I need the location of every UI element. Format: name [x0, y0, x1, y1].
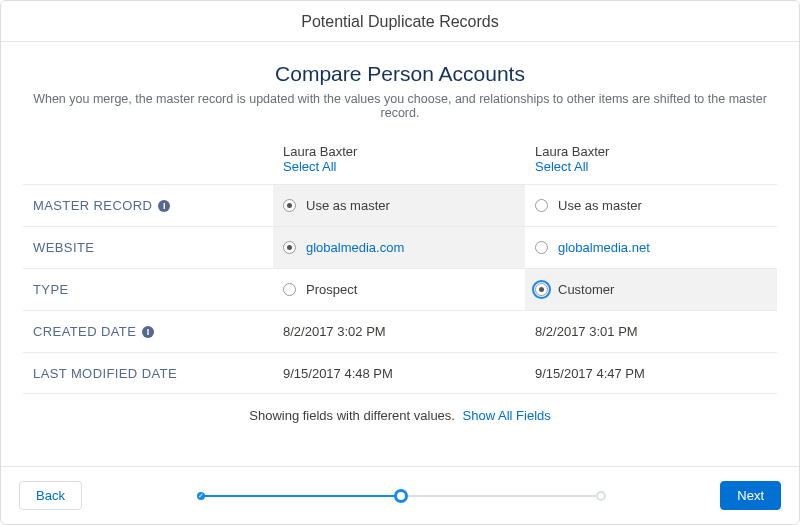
- next-button[interactable]: Next: [720, 481, 781, 510]
- website-b-value: globalmedia.net: [558, 240, 650, 255]
- back-button[interactable]: Back: [19, 481, 82, 510]
- radio-type-b[interactable]: [535, 283, 548, 296]
- row-label-website: WEBSITE: [23, 226, 273, 268]
- cell-modified-b: 9/15/2017 4:47 PM: [525, 352, 777, 394]
- column-header-record-a: Laura Baxter Select All: [273, 142, 525, 184]
- info-icon[interactable]: i: [158, 200, 170, 212]
- cell-created-a: 8/2/2017 3:02 PM: [273, 310, 525, 352]
- radio-website-b[interactable]: [535, 241, 548, 254]
- page-title: Compare Person Accounts: [23, 62, 777, 86]
- progress-step-3: [596, 491, 606, 501]
- row-label-created: CREATED DATE i: [23, 310, 273, 352]
- modal-content: Compare Person Accounts When you merge, …: [1, 42, 799, 466]
- type-a-value: Prospect: [306, 282, 357, 297]
- created-a-value: 8/2/2017 3:02 PM: [283, 324, 386, 339]
- page-subtitle: When you merge, the master record is upd…: [23, 92, 777, 120]
- record-b-name: Laura Baxter: [535, 144, 767, 159]
- type-b-value: Customer: [558, 282, 614, 297]
- modal-title: Potential Duplicate Records: [1, 1, 799, 42]
- row-label-modified: LAST MODIFIED DATE: [23, 352, 273, 394]
- master-a-value: Use as master: [306, 198, 390, 213]
- cell-type-b[interactable]: Customer: [525, 268, 777, 310]
- cell-website-b[interactable]: globalmedia.net: [525, 226, 777, 268]
- select-all-record-b[interactable]: Select All: [535, 159, 767, 174]
- record-a-name: Laura Baxter: [283, 144, 515, 159]
- column-header-record-b: Laura Baxter Select All: [525, 142, 777, 184]
- fields-filter-note: Showing fields with different values. Sh…: [23, 394, 777, 429]
- cell-modified-a: 9/15/2017 4:48 PM: [273, 352, 525, 394]
- cell-master-b[interactable]: Use as master: [525, 184, 777, 226]
- progress-step-1: [197, 492, 205, 500]
- modal-footer: Back Next: [1, 466, 799, 524]
- cell-website-a[interactable]: globalmedia.com: [273, 226, 525, 268]
- cell-master-a[interactable]: Use as master: [273, 184, 525, 226]
- cell-type-a[interactable]: Prospect: [273, 268, 525, 310]
- progress-step-2: [394, 489, 408, 503]
- master-b-value: Use as master: [558, 198, 642, 213]
- select-all-record-a[interactable]: Select All: [283, 159, 515, 174]
- compare-grid: Laura Baxter Select All Laura Baxter Sel…: [23, 142, 777, 394]
- radio-master-a[interactable]: [283, 199, 296, 212]
- modified-b-value: 9/15/2017 4:47 PM: [535, 366, 645, 381]
- created-b-value: 8/2/2017 3:01 PM: [535, 324, 638, 339]
- radio-master-b[interactable]: [535, 199, 548, 212]
- info-icon[interactable]: i: [142, 326, 154, 338]
- merge-duplicates-modal: Potential Duplicate Records Compare Pers…: [0, 0, 800, 525]
- radio-website-a[interactable]: [283, 241, 296, 254]
- show-all-fields-link[interactable]: Show All Fields: [463, 408, 551, 423]
- cell-created-b: 8/2/2017 3:01 PM: [525, 310, 777, 352]
- modified-a-value: 9/15/2017 4:48 PM: [283, 366, 393, 381]
- progress-indicator: [98, 495, 704, 497]
- row-label-type: TYPE: [23, 268, 273, 310]
- row-label-master: MASTER RECORD i: [23, 184, 273, 226]
- website-a-value: globalmedia.com: [306, 240, 404, 255]
- radio-type-a[interactable]: [283, 283, 296, 296]
